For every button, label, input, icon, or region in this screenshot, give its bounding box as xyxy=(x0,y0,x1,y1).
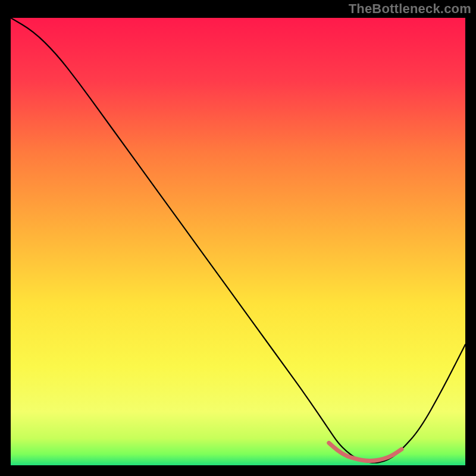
gradient-background xyxy=(11,18,465,465)
plot-area xyxy=(11,18,465,465)
chart-svg xyxy=(11,18,465,465)
chart-container: TheBottleneck.com xyxy=(0,0,476,476)
watermark-label: TheBottleneck.com xyxy=(349,1,471,17)
